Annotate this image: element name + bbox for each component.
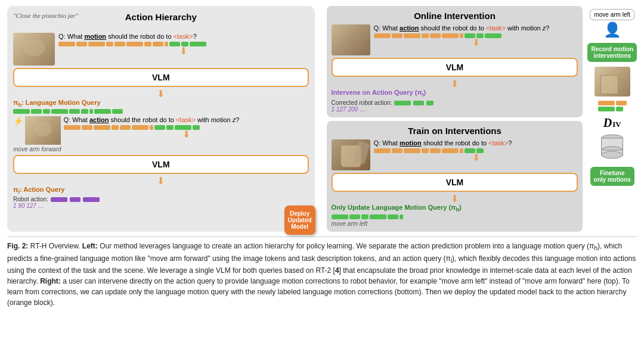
token (132, 125, 148, 130)
token (76, 42, 87, 46)
left-panel: Action Hierarchy "Close the pistachio ja… (7, 6, 315, 232)
token-purple (70, 197, 80, 202)
deploy-line3: Model (288, 223, 312, 230)
move-arm-left-label: move arm left (332, 220, 578, 227)
token-green (400, 214, 403, 219)
caption-text: RT-H Overview. (30, 242, 82, 250)
token (64, 125, 80, 130)
token (442, 148, 459, 153)
train-interventions-panel: Train on Interventions Q: What motion sh… (327, 121, 583, 232)
token-green (388, 214, 398, 219)
robot-image-left-top (13, 33, 55, 66)
right-top-query: Q: What action should the robot do to <t… (374, 24, 578, 32)
move-arm-label: move arm forward (13, 146, 61, 153)
token-green (166, 125, 174, 130)
arrow-right-2: ⬇ (332, 79, 578, 89)
token (106, 42, 113, 46)
task-token1: <task> (174, 33, 193, 40)
action-underline: action (89, 116, 109, 123)
human-icon: 👤 (603, 21, 621, 38)
diagram-area: Action Hierarchy "Close the pistachio ja… (7, 6, 637, 232)
vlm-box-right-bottom: VLM (332, 173, 578, 192)
record-interventions-box: Record motion interventions (587, 43, 637, 62)
token-green (370, 214, 386, 219)
robot-image-right-top (332, 24, 370, 55)
token-green (89, 109, 93, 114)
token-green (361, 214, 369, 219)
token (430, 148, 441, 153)
right-area: Online Intervention Q: What action shoul… (327, 6, 637, 232)
token (88, 42, 105, 46)
arrow-2: ⬇ (13, 89, 309, 99)
token-green (112, 109, 123, 114)
token (616, 101, 627, 105)
token (460, 148, 463, 153)
token (165, 42, 168, 46)
corrected-label: Corrected robot action: (332, 99, 392, 106)
deploy-line2: Updated (288, 217, 312, 223)
jar-overlay (600, 75, 618, 94)
finetune-box: Finetune only motions (590, 167, 634, 186)
robot-image-left-mid (25, 116, 61, 145)
token (58, 42, 75, 46)
token (374, 33, 391, 38)
token (82, 125, 92, 130)
arrow-right-3: ⬇ (374, 153, 578, 163)
token-green (332, 214, 348, 219)
pi-l-label: πl: Action Query (13, 186, 309, 195)
database-icon (599, 132, 626, 162)
token (150, 125, 153, 130)
token (404, 148, 420, 153)
token (422, 33, 429, 38)
token-green (485, 33, 501, 38)
robot-action-label: Robot action: (13, 196, 48, 203)
side-tokens (598, 101, 627, 111)
token (392, 148, 402, 153)
token (94, 125, 110, 130)
tokens-row-green (13, 109, 309, 114)
token-green (13, 109, 30, 114)
token-green-corrected (413, 101, 424, 105)
robot-image-right-side (595, 67, 630, 97)
token-green-corrected (394, 101, 411, 105)
arrow-1: ⬇ (58, 46, 309, 56)
token-green (598, 107, 615, 111)
token-green-corrected (426, 101, 434, 105)
token-green (193, 125, 200, 130)
vlm-box-right-top: VLM (332, 58, 578, 77)
token (442, 33, 459, 38)
deploy-box: Deploy Updated Model (284, 206, 315, 235)
token-green (94, 109, 111, 114)
intervene-label: Intervene on Action Query (πI) (332, 89, 578, 98)
robot-image-right-bottom (332, 139, 370, 170)
token (392, 33, 402, 38)
update-label: Only Update Language Motion Query (πh) (332, 204, 578, 213)
token-green (51, 109, 68, 114)
right-side-annotations: move arm left 👤 Record motion interventi… (587, 6, 637, 232)
token-green (349, 214, 360, 219)
caption: Fig. 2: RT-H Overview. Left: Our method … (7, 237, 637, 308)
token (460, 33, 463, 38)
div-label: D (603, 116, 612, 130)
token (430, 33, 441, 38)
main-container: Action Hierarchy "Close the pistachio ja… (0, 0, 644, 314)
left-label: Left: (82, 242, 98, 250)
vlm-box-2: VLM (13, 155, 309, 174)
right-bottom-query: Q: What motion should the robot do to <t… (374, 139, 578, 147)
token (404, 33, 420, 38)
div-container: D IV (603, 116, 621, 130)
token-purple (83, 197, 100, 202)
token-green (169, 42, 180, 46)
token-green (81, 109, 88, 114)
pi-h-label: πh: Language Motion Query (13, 99, 101, 108)
div-sub: IV (612, 120, 621, 129)
token (598, 101, 615, 105)
arrow-4: ⬇ (13, 176, 309, 186)
lightning-icon: ⚡ (13, 116, 23, 145)
deploy-line1: Deploy (288, 210, 312, 217)
vlm-box-1: VLM (13, 68, 309, 87)
corrected-numbers: 1 127 200 … (332, 106, 578, 113)
fig-label: Fig. 2: (7, 242, 28, 250)
svg-point-4 (602, 151, 623, 158)
token-green (43, 109, 50, 114)
